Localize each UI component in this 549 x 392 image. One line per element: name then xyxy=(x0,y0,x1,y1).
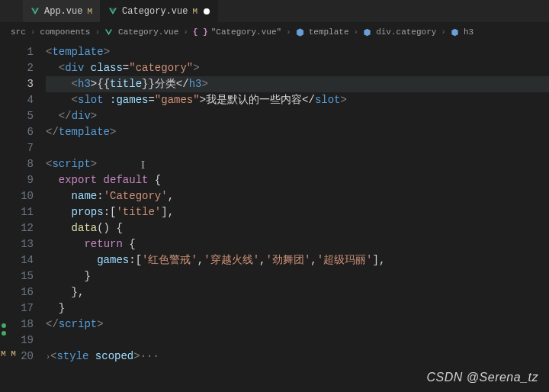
chevron-right-icon: › xyxy=(30,27,36,37)
tab-app-vue[interactable]: App.vue M xyxy=(23,0,101,22)
gutter xyxy=(0,41,11,365)
breadcrumb-part[interactable]: div.category xyxy=(376,27,436,37)
code-area[interactable]: <template> <div class="category"> <h3>{{… xyxy=(46,41,549,365)
tab-modified: M xyxy=(192,7,197,16)
brace-icon: { } xyxy=(193,27,208,37)
tab-bar: App.vue M Category.vue M xyxy=(0,0,549,23)
vue-icon xyxy=(104,28,113,37)
breadcrumb[interactable]: src › components › Category.vue › { } "C… xyxy=(0,23,549,41)
vue-icon xyxy=(30,7,40,16)
cube-icon xyxy=(451,28,459,37)
text-cursor-icon: I xyxy=(141,159,145,172)
unsaved-dot xyxy=(204,8,210,14)
watermark: CSDN @Serena_tz xyxy=(427,371,538,384)
breadcrumb-part[interactable]: src xyxy=(11,27,26,37)
vue-icon xyxy=(108,7,117,16)
chevron-right-icon: › xyxy=(354,27,359,37)
gutter-dots xyxy=(2,323,6,336)
tab-label: Category.vue xyxy=(122,6,188,17)
breadcrumb-part[interactable]: "Category.vue" xyxy=(211,27,281,37)
chevron-right-icon: › xyxy=(286,27,291,37)
breadcrumb-part[interactable]: template xyxy=(309,27,349,37)
cube-icon xyxy=(296,28,304,37)
tab-modified: M xyxy=(87,7,92,16)
line-numbers: 1234567891011121314151617181920 xyxy=(11,41,46,365)
chevron-right-icon: › xyxy=(441,27,446,37)
breadcrumb-part[interactable]: h3 xyxy=(464,27,474,37)
chevron-right-icon: › xyxy=(183,27,188,37)
chevron-right-icon: › xyxy=(95,27,100,37)
tab-label: App.vue xyxy=(44,6,82,17)
cube-icon xyxy=(363,28,371,37)
gutter-modified: M M xyxy=(1,349,16,358)
breadcrumb-part[interactable]: Category.vue xyxy=(118,27,178,37)
tab-category-vue[interactable]: Category.vue M xyxy=(101,0,218,22)
breadcrumb-part[interactable]: components xyxy=(40,27,90,37)
editor[interactable]: 1234567891011121314151617181920 <templat… xyxy=(0,41,549,365)
